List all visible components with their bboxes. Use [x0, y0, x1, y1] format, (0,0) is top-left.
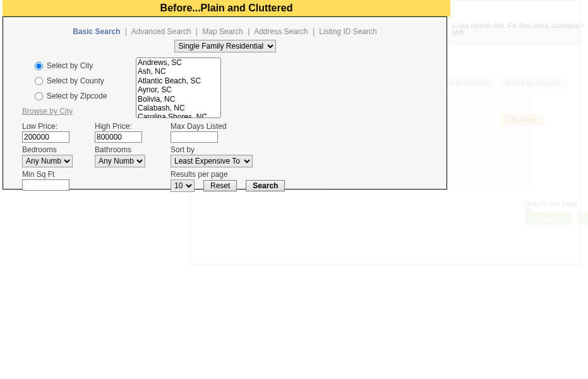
- browse-by-city-link[interactable]: Browse by City: [22, 107, 123, 116]
- radio-label-city: Select by City: [47, 61, 93, 70]
- bathrooms-label: Bathrooms: [95, 145, 158, 154]
- list-item[interactable]: Bolivia, NC: [136, 95, 220, 104]
- nav-basic-search[interactable]: Basic Search: [73, 27, 120, 36]
- list-item[interactable]: Aynor, SC: [136, 85, 220, 94]
- list-item[interactable]: Andrews, SC: [136, 58, 220, 67]
- low-price-label: Low Price:: [22, 122, 82, 131]
- high-price-label: High Price:: [95, 122, 158, 131]
- low-price-input[interactable]: [22, 131, 69, 143]
- list-item[interactable]: Ash, NC: [136, 67, 220, 76]
- bg-results-per-page: Results per page 25: [525, 200, 580, 215]
- title-bar: Before...Plain and Cluttered: [3, 0, 450, 16]
- nav-sep: |: [248, 27, 249, 36]
- radio-select-by-county[interactable]: [35, 77, 43, 85]
- bathrooms-select[interactable]: Any Number: [95, 155, 145, 167]
- nav-address-search[interactable]: Address Search: [254, 27, 308, 36]
- bg-search-button: Search: [525, 212, 572, 225]
- list-item[interactable]: Atlantic Beach, SC: [136, 76, 220, 85]
- nav-sep: |: [313, 27, 315, 36]
- radio-select-by-city[interactable]: [35, 62, 43, 70]
- max-days-label: Max Days Listed: [171, 122, 253, 131]
- search-nav: Basic Search | Advanced Search | Map Sea…: [22, 27, 428, 36]
- reset-button[interactable]: Reset: [203, 180, 237, 191]
- property-type-select[interactable]: Single Family Residential: [174, 40, 276, 52]
- hint-text: s, use control-click. For Mac users, com…: [452, 22, 588, 36]
- search-button[interactable]: Search: [246, 180, 285, 191]
- results-per-page-label: Results per page: [171, 170, 285, 179]
- list-item[interactable]: Calabash, NC: [136, 104, 220, 112]
- search-form-panel: Basic Search | Advanced Search | Map Sea…: [3, 16, 447, 190]
- list-item[interactable]: Carolina Shores, NC: [136, 112, 220, 118]
- bedrooms-select[interactable]: Any Number: [22, 155, 73, 167]
- radio-select-by-zipcode[interactable]: [35, 92, 43, 100]
- max-days-input[interactable]: [171, 131, 218, 143]
- min-sqft-label: Min Sq Ft: [22, 170, 82, 179]
- sort-by-select[interactable]: Least Expensive To Most: [171, 155, 253, 167]
- sort-by-label: Sort by: [171, 145, 253, 154]
- bedrooms-label: Bedrooms: [22, 145, 82, 154]
- results-per-page-select[interactable]: 10: [171, 179, 195, 192]
- nav-advanced-search[interactable]: Advanced Search: [131, 27, 191, 36]
- nav-sep: |: [125, 27, 127, 36]
- min-sqft-input[interactable]: [22, 179, 69, 191]
- radio-label-county: Select by County: [47, 76, 104, 85]
- bg-city-name-button: City Name: [501, 114, 543, 125]
- high-price-input[interactable]: [95, 131, 142, 143]
- radio-label-zipcode: Select by Zipcode: [47, 92, 107, 100]
- nav-map-search[interactable]: Map Search: [202, 27, 243, 36]
- bg-tab-zipcode: Select by Zipcode: [498, 76, 568, 89]
- bg-reset-button: Reset: [577, 212, 588, 225]
- nav-sep: |: [196, 27, 198, 36]
- city-list[interactable]: Andrews, SC Ash, NC Atlantic Beach, SC A…: [136, 57, 221, 118]
- nav-listing-id-search[interactable]: Listing ID Search: [319, 27, 376, 36]
